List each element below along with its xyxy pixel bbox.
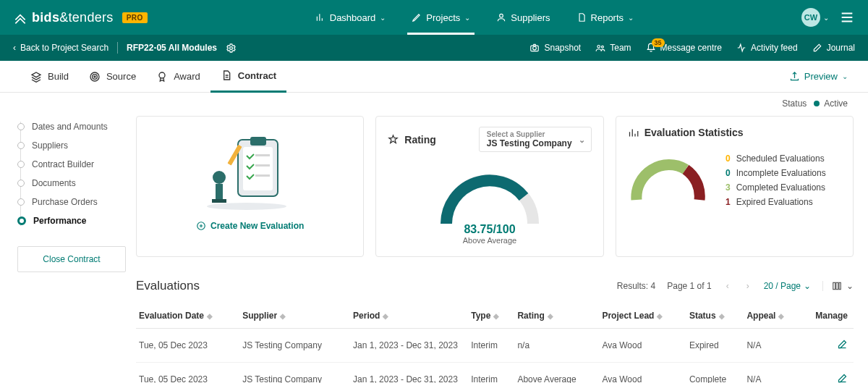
chevron-left-icon: ‹ bbox=[13, 43, 16, 53]
cell-date: Tue, 05 Dec 2023 bbox=[136, 363, 239, 384]
status-value: Active bbox=[824, 98, 848, 109]
svg-point-8 bbox=[94, 76, 95, 77]
tab-contract[interactable]: Contract bbox=[210, 61, 286, 93]
document-icon bbox=[576, 12, 587, 22]
prev-page-button[interactable]: ‹ bbox=[723, 281, 732, 291]
donut-gauge-icon bbox=[628, 155, 707, 206]
legend-incomplete: 0Incomplete Evaluations bbox=[720, 166, 826, 180]
results-count: Results: 4 bbox=[617, 281, 655, 291]
col-period[interactable]: Period◆ bbox=[350, 303, 468, 329]
snapshot-link[interactable]: Snapshot bbox=[529, 43, 581, 53]
brand-part1: bids bbox=[32, 10, 59, 25]
sidenav-documents[interactable]: Documents bbox=[17, 174, 119, 193]
menu-projects[interactable]: Projects ⌄ bbox=[400, 0, 482, 35]
cell-manage bbox=[802, 329, 854, 363]
col-type[interactable]: Type◆ bbox=[468, 303, 514, 329]
close-contract-button[interactable]: Close Contract bbox=[17, 246, 126, 272]
status-row: Status Active bbox=[0, 93, 868, 111]
team-link[interactable]: Team bbox=[595, 43, 631, 53]
hamburger-menu-button[interactable] bbox=[839, 9, 855, 25]
rating-gauge: 83.75/100 Above Average bbox=[388, 169, 591, 245]
project-settings-button[interactable] bbox=[226, 43, 237, 54]
project-tabs: Build Source Award Contract Preview ⌄ bbox=[0, 61, 868, 93]
manage-row-button[interactable] bbox=[837, 339, 848, 350]
col-appeal[interactable]: Appeal◆ bbox=[744, 303, 801, 329]
evaluations-header: Evaluations Results: 4 Page 1 of 1 ‹ › 2… bbox=[136, 279, 854, 293]
table-header-row: Evaluation Date◆ Supplier◆ Period◆ Type◆… bbox=[136, 303, 854, 329]
menu-reports[interactable]: Reports ⌄ bbox=[565, 0, 646, 35]
sort-icon: ◆ bbox=[383, 312, 388, 320]
legend-scheduled: 0Scheduled Evaluations bbox=[720, 151, 826, 166]
supplier-picker-label: Select a Supplier bbox=[487, 130, 572, 138]
col-lead[interactable]: Project Lead◆ bbox=[599, 303, 686, 329]
rating-header: Rating Select a Supplier JS Testing Comp… bbox=[388, 127, 591, 152]
col-status[interactable]: Status◆ bbox=[686, 303, 744, 329]
menu-dashboard[interactable]: Dashboard ⌄ bbox=[304, 0, 398, 35]
rating-title: Rating bbox=[404, 134, 436, 146]
plus-circle-icon bbox=[196, 221, 206, 231]
menu-dashboard-label: Dashboard bbox=[330, 12, 376, 23]
sidenav-suppliers[interactable]: Suppliers bbox=[17, 136, 119, 155]
tab-award-label: Award bbox=[174, 71, 200, 82]
svg-point-3 bbox=[533, 46, 537, 50]
svg-rect-15 bbox=[255, 174, 270, 177]
cell-status: Complete bbox=[686, 363, 744, 384]
sidenav-dates[interactable]: Dates and Amounts bbox=[17, 117, 119, 136]
sort-icon: ◆ bbox=[778, 312, 784, 320]
tab-build[interactable]: Build bbox=[20, 61, 79, 93]
per-page-selector[interactable]: 20 / Page⌄ bbox=[764, 281, 811, 291]
sidenav-item-label: Purchase Orders bbox=[32, 197, 98, 207]
svg-point-4 bbox=[597, 46, 600, 49]
chevron-down-icon: ⌄ bbox=[804, 281, 811, 291]
brand-logo[interactable]: bids&tenders PRO bbox=[13, 10, 148, 25]
sidenav-item-label: Performance bbox=[33, 216, 86, 226]
tab-award[interactable]: Award bbox=[146, 61, 210, 93]
avatar: CW bbox=[801, 8, 820, 27]
gauge-icon bbox=[432, 169, 548, 227]
rating-score: 83.75/100 bbox=[464, 223, 515, 236]
back-link[interactable]: ‹ Back to Project Search bbox=[13, 43, 109, 53]
sidenav-item-label: Suppliers bbox=[32, 140, 68, 151]
activity-link[interactable]: Activity feed bbox=[736, 43, 798, 53]
team-label: Team bbox=[610, 43, 631, 53]
sidenav-performance[interactable]: Performance bbox=[17, 211, 119, 230]
menu-projects-label: Projects bbox=[426, 12, 460, 23]
sidenav-builder[interactable]: Contract Builder bbox=[17, 155, 119, 174]
messages-link[interactable]: 35 Message centre bbox=[646, 43, 722, 53]
col-rating[interactable]: Rating◆ bbox=[514, 303, 599, 329]
col-supplier[interactable]: Supplier◆ bbox=[239, 303, 350, 329]
next-page-button[interactable]: › bbox=[744, 281, 752, 291]
preview-button[interactable]: Preview ⌄ bbox=[789, 71, 848, 82]
journal-link[interactable]: Journal bbox=[812, 43, 855, 53]
chevron-down-icon: ⌄ bbox=[464, 14, 470, 22]
menu-reports-label: Reports bbox=[591, 12, 624, 23]
column-layout-button[interactable]: ⌄ bbox=[822, 281, 854, 291]
sort-icon: ◆ bbox=[657, 312, 663, 320]
sub-bar: ‹ Back to Project Search RFP22-05 All Mo… bbox=[0, 35, 868, 61]
tab-source[interactable]: Source bbox=[79, 61, 146, 93]
svg-rect-11 bbox=[243, 147, 273, 190]
svg-point-5 bbox=[602, 46, 604, 48]
cell-manage bbox=[802, 363, 854, 384]
cell-rating: n/a bbox=[514, 329, 599, 363]
create-evaluation-label: Create New Evaluation bbox=[210, 221, 304, 231]
user-menu[interactable]: CW ⌄ bbox=[801, 8, 829, 27]
create-evaluation-card: Create New Evaluation bbox=[136, 116, 364, 257]
create-evaluation-link[interactable]: Create New Evaluation bbox=[148, 221, 352, 231]
chevron-down-icon: ⌄ bbox=[380, 14, 386, 22]
supplier-picker[interactable]: Select a Supplier JS Testing Company ⌄ bbox=[479, 127, 592, 152]
camera-icon bbox=[529, 43, 540, 53]
cell-period: Jan 1, 2023 - Dec 31, 2023 bbox=[350, 329, 468, 363]
manage-row-button[interactable] bbox=[837, 373, 848, 383]
col-date[interactable]: Evaluation Date◆ bbox=[136, 303, 239, 329]
legend-expired: 1Expired Evaluations bbox=[720, 195, 826, 209]
back-label: Back to Project Search bbox=[20, 43, 109, 53]
chevron-down-icon: ⌄ bbox=[842, 72, 848, 80]
sidenav-purchase[interactable]: Purchase Orders bbox=[17, 193, 119, 211]
cell-supplier: JS Testing Company bbox=[239, 363, 350, 384]
stats-legend: 0Scheduled Evaluations 0Incomplete Evalu… bbox=[720, 151, 826, 209]
menu-suppliers[interactable]: Suppliers bbox=[485, 0, 561, 35]
project-ref[interactable]: RFP22-05 All Modules bbox=[127, 43, 217, 53]
layers-icon bbox=[30, 71, 42, 83]
edit-icon bbox=[812, 43, 822, 53]
